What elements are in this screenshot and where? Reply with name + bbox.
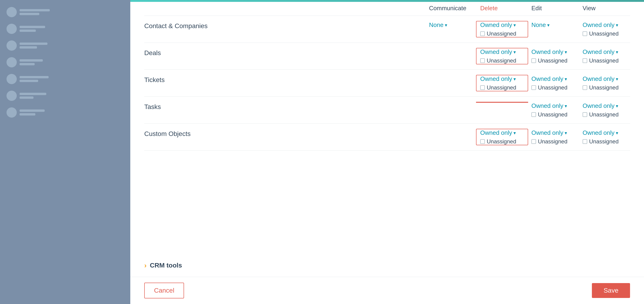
view-checkbox-contacts[interactable]: [582, 31, 587, 36]
bg-line: [20, 46, 37, 48]
edit-dropdown-tickets[interactable]: Owned only ▾: [532, 75, 575, 82]
chevron-icon: ▾: [445, 22, 447, 28]
bg-avatar: [6, 40, 17, 51]
view-checkbox-tickets[interactable]: [582, 85, 587, 90]
col-header-delete: Delete: [476, 5, 528, 12]
bg-line: [20, 113, 35, 115]
bg-item: [4, 105, 126, 120]
delete-checkbox-deals[interactable]: [480, 58, 485, 63]
cell-delete-deals: Owned only ▾ Unassigned: [476, 48, 528, 64]
chevron-icon: ▾: [616, 22, 618, 28]
chevron-icon: ▾: [616, 76, 618, 82]
cell-edit-deals: Owned only ▾ Unassigned: [528, 48, 579, 64]
communicate-value-contacts: None: [429, 21, 444, 28]
bg-line: [20, 80, 38, 82]
edit-value-deals: Owned only: [532, 48, 563, 55]
chevron-icon: ▾: [514, 130, 516, 136]
view-checkbox-custom-objects[interactable]: [582, 139, 587, 144]
row-label-deals: Deals: [144, 48, 425, 57]
bg-line: [20, 109, 45, 112]
bg-line: [20, 76, 49, 78]
view-dropdown-contacts[interactable]: Owned only ▾: [582, 21, 626, 28]
chevron-icon: ▾: [514, 76, 516, 82]
col-header-label: [144, 5, 425, 12]
view-dropdown-tasks[interactable]: Owned only ▾: [582, 102, 626, 109]
bg-item: [4, 38, 126, 53]
edit-checkbox-label-deals: Unassigned: [538, 57, 568, 64]
bg-text: [20, 76, 49, 82]
delete-checkbox-tickets[interactable]: [480, 85, 485, 90]
communicate-dropdown-contacts[interactable]: None ▾: [429, 21, 473, 28]
delete-dropdown-deals[interactable]: Owned only ▾: [480, 48, 524, 55]
view-dropdown-custom-objects[interactable]: Owned only ▾: [582, 129, 626, 136]
row-label-contacts: Contact & Companies: [144, 21, 425, 30]
top-bar: [130, 0, 644, 2]
cancel-button[interactable]: Cancel: [144, 283, 184, 299]
bg-text: [20, 26, 45, 32]
bg-avatar: [6, 7, 17, 17]
edit-checkbox-label-tasks: Unassigned: [538, 111, 568, 118]
edit-value-contacts: None: [532, 21, 546, 28]
bg-line: [20, 93, 46, 95]
edit-dropdown-deals[interactable]: Owned only ▾: [532, 48, 575, 55]
table-row: Tasks Owned only ▾ Unassigned: [144, 97, 630, 124]
cell-view-deals: Owned only ▾ Unassigned: [579, 48, 630, 64]
delete-checkbox-row-tickets: Unassigned: [480, 84, 524, 91]
delete-value-tickets: Owned only: [480, 75, 512, 82]
cell-edit-contacts: None ▾: [528, 21, 579, 28]
bg-text: [20, 109, 45, 115]
chevron-icon: ▾: [514, 22, 516, 28]
view-checkbox-deals[interactable]: [582, 58, 587, 63]
edit-checkbox-deals[interactable]: [532, 58, 536, 63]
edit-checkbox-label-tickets: Unassigned: [538, 84, 568, 91]
view-checkbox-label-tasks: Unassigned: [589, 111, 619, 118]
cell-delete-tickets: Owned only ▾ Unassigned: [476, 75, 528, 91]
view-checkbox-tasks[interactable]: [582, 112, 587, 117]
table-row: Contact & Companies None ▾ Owned only ▾: [144, 16, 630, 43]
view-checkbox-label-tickets: Unassigned: [589, 84, 619, 91]
table-body: Contact & Companies None ▾ Owned only ▾: [144, 16, 630, 151]
edit-checkbox-custom-objects[interactable]: [532, 139, 536, 144]
delete-dropdown-contacts[interactable]: Owned only ▾: [480, 21, 524, 28]
edit-value-custom-objects: Owned only: [532, 129, 563, 136]
bg-line: [20, 9, 50, 11]
view-value-tasks: Owned only: [582, 102, 614, 109]
bg-line: [20, 29, 36, 32]
edit-dropdown-tasks[interactable]: Owned only ▾: [532, 102, 575, 109]
col-header-edit: Edit: [528, 5, 579, 12]
view-checkbox-row-tickets: Unassigned: [582, 84, 626, 91]
row-label-tickets: Tickets: [144, 75, 425, 84]
cell-edit-tasks: Owned only ▾ Unassigned: [528, 102, 579, 118]
delete-dropdown-custom-objects[interactable]: Owned only ▾: [480, 129, 524, 136]
chevron-icon: ▾: [565, 76, 567, 82]
edit-checkbox-tickets[interactable]: [532, 85, 536, 90]
view-dropdown-tickets[interactable]: Owned only ▾: [582, 75, 626, 82]
bg-avatar: [6, 91, 17, 101]
bg-text: [20, 59, 43, 65]
view-dropdown-deals[interactable]: Owned only ▾: [582, 48, 626, 55]
delete-checkbox-custom-objects[interactable]: [480, 139, 485, 144]
crm-tools-label: CRM tools: [150, 262, 182, 269]
bg-line: [20, 42, 48, 45]
background-panel: [0, 0, 130, 304]
delete-checkbox-row-contacts: Unassigned: [480, 30, 524, 37]
delete-checkbox-label-custom-objects: Unassigned: [487, 138, 516, 145]
cell-view-tickets: Owned only ▾ Unassigned: [579, 75, 630, 91]
edit-checkbox-label-custom-objects: Unassigned: [538, 138, 568, 145]
bg-avatar: [6, 107, 17, 118]
save-button[interactable]: Save: [592, 283, 630, 298]
bg-item: [4, 21, 126, 36]
delete-dropdown-tickets[interactable]: Owned only ▾: [480, 75, 524, 82]
bg-avatar: [6, 24, 17, 34]
edit-checkbox-tasks[interactable]: [532, 112, 536, 117]
bg-item: [4, 72, 126, 86]
edit-dropdown-custom-objects[interactable]: Owned only ▾: [532, 129, 575, 136]
delete-checkbox-label-tickets: Unassigned: [487, 84, 516, 91]
bg-text: [20, 42, 48, 48]
crm-chevron-icon[interactable]: ›: [144, 262, 146, 269]
edit-dropdown-contacts[interactable]: None ▾: [532, 21, 575, 28]
row-label-tasks: Tasks: [144, 102, 425, 111]
bg-line: [20, 63, 35, 65]
delete-checkbox-contacts[interactable]: [480, 31, 485, 36]
table-row: Custom Objects Owned only ▾ Unassigned: [144, 124, 630, 151]
